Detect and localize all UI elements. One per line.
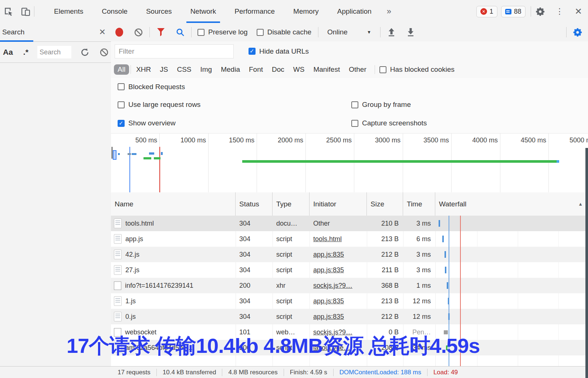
record-network-log-icon[interactable] (111, 25, 127, 39)
tab-elements[interactable]: Elements (45, 0, 92, 23)
column-header-initiator[interactable]: Initiator (310, 192, 367, 216)
refresh-icon[interactable] (78, 48, 92, 57)
divider (149, 27, 150, 37)
scrollbar[interactable] (585, 148, 588, 378)
filter-input[interactable] (115, 44, 234, 58)
table-row[interactable]: 0.js 304 script app.js:835 212 B 12 ms (111, 309, 588, 324)
tab-network[interactable]: Network (181, 0, 226, 23)
tick-label: 500 ms (116, 136, 157, 144)
request-type: script (273, 247, 310, 262)
table-row[interactable]: tools.html 304 docu… Other 210 B 3 ms (111, 216, 588, 231)
show-overview-checkbox[interactable]: Show overview (118, 119, 176, 127)
column-header-time[interactable]: Time (403, 192, 435, 216)
column-header-type[interactable]: Type (273, 192, 310, 216)
column-header-status[interactable]: Status (236, 192, 273, 216)
initiator-link[interactable]: sockjs.js?9… (310, 324, 367, 340)
type-filter-all[interactable]: All (114, 64, 129, 75)
tab-performance[interactable]: Performance (225, 0, 284, 23)
preserve-log-label: Preserve log (208, 28, 248, 36)
request-name: 42.js (125, 247, 139, 262)
capture-screenshots-checkbox[interactable]: Capture screenshots (351, 119, 427, 127)
network-status-bar: 17 requests 10.4 kB transferred 4.8 MB r… (0, 366, 588, 378)
error-badge[interactable]: ✕ 1 (476, 6, 497, 17)
initiator-link[interactable]: app.js:835 (310, 293, 367, 309)
throttling-dropdown[interactable]: Online ▼ (321, 28, 377, 36)
import-har-icon[interactable] (383, 25, 400, 39)
export-har-icon[interactable] (403, 25, 419, 39)
type-filter-js[interactable]: JS (156, 64, 172, 75)
initiator-link[interactable]: app.js:835 (310, 247, 367, 262)
table-row[interactable]: websocket 101 web… sockjs.js?9… 0 B Pen… (111, 324, 588, 340)
disable-cache-checkbox[interactable]: Disable cache (257, 28, 311, 36)
close-devtools-icon[interactable]: ✕ (569, 6, 588, 17)
capture-screenshots-label: Capture screenshots (362, 119, 427, 127)
device-toolbar-icon[interactable] (17, 4, 34, 19)
request-name: app.js (125, 231, 143, 247)
table-row[interactable]: 42.js 304 script app.js:835 212 B 3 ms (111, 247, 588, 262)
initiator-link[interactable]: tools.html (310, 231, 367, 247)
request-name: 27.js (125, 262, 139, 278)
search-panel-title: Search (2, 28, 24, 36)
initiator-link[interactable]: app.js:835 (310, 262, 367, 278)
network-settings-gear-icon[interactable] (570, 25, 586, 39)
blocked-requests-checkbox[interactable]: Blocked Requests (118, 83, 185, 91)
regex-toggle[interactable]: .* (23, 48, 28, 57)
script-icon (114, 265, 122, 275)
network-overview-timeline[interactable]: 500 ms 1000 ms 1500 ms 2000 ms 2500 ms 3… (111, 133, 588, 193)
more-tabs-chevron[interactable]: » (381, 7, 397, 16)
disable-cache-label: Disable cache (267, 28, 311, 36)
waterfall-mark (118, 153, 120, 155)
has-blocked-cookies-label: Has blocked cookies (390, 65, 454, 74)
match-case-toggle[interactable]: Aa (3, 48, 13, 57)
close-search-icon[interactable]: ✕ (99, 27, 106, 37)
more-options-icon[interactable]: ⋮ (550, 7, 569, 16)
search-network-icon[interactable] (172, 25, 188, 39)
group-by-frame-checkbox[interactable]: Group by frame (351, 101, 411, 109)
initiator-link[interactable]: sockjs.js?9… (310, 278, 367, 293)
tab-memory[interactable]: Memory (284, 0, 328, 23)
initiator-link[interactable]: app.js:835 (310, 309, 367, 324)
initiator-link[interactable]: layout.vue… (310, 340, 367, 355)
table-row[interactable]: app.js 304 script tools.html 213 B 6 ms (111, 231, 588, 247)
type-filter-other[interactable]: Other (345, 64, 370, 75)
sort-arrow-icon[interactable]: ▲ (578, 192, 583, 216)
script-icon (114, 250, 122, 259)
script-icon (114, 234, 122, 244)
type-filter-img[interactable]: Img (197, 64, 216, 75)
hide-data-urls-checkbox[interactable]: Hide data URLs (249, 47, 309, 55)
column-header-size[interactable]: Size (367, 192, 403, 216)
search-input[interactable] (37, 46, 71, 58)
time: 12 ms (403, 309, 435, 324)
tick-label: 5000 ms (554, 136, 588, 144)
tab-application[interactable]: Application (328, 0, 381, 23)
has-blocked-cookies-checkbox[interactable]: Has blocked cookies (379, 65, 454, 74)
type-filter-media[interactable]: Media (217, 64, 244, 75)
tab-sources[interactable]: Sources (137, 0, 181, 23)
request-name: 0.js (125, 309, 136, 324)
settings-gear-icon[interactable] (531, 4, 550, 19)
request-type: script (273, 262, 310, 278)
column-header-name[interactable]: Name (111, 192, 236, 216)
inspect-element-icon[interactable] (0, 4, 17, 19)
table-row[interactable]: am.62a564bf84d5bc… 200 script layout.vue… (111, 340, 588, 355)
issues-badge[interactable]: 88 (501, 6, 526, 17)
table-row[interactable]: 27.js 304 script app.js:835 211 B 3 ms (111, 262, 588, 278)
clear-network-log-icon[interactable] (130, 25, 146, 39)
type-filter-xhr[interactable]: XHR (132, 64, 155, 75)
status-code: 304 (236, 293, 273, 309)
preserve-log-checkbox[interactable]: Preserve log (197, 28, 248, 36)
type-filter-font[interactable]: Font (245, 64, 267, 75)
filter-funnel-icon[interactable] (153, 25, 169, 39)
table-row[interactable]: 1.js 304 script app.js:835 213 B 12 ms (111, 293, 588, 309)
type-filter-css[interactable]: CSS (173, 64, 195, 75)
tab-console[interactable]: Console (92, 0, 137, 23)
table-row[interactable]: info?t=1614176239141 200 xhr sockjs.js?9… (111, 278, 588, 293)
type-filter-manifest[interactable]: Manifest (310, 64, 344, 75)
request-name: info?t=1614176239141 (125, 278, 193, 293)
waterfall-bar (439, 220, 440, 227)
clear-search-icon[interactable] (97, 48, 111, 57)
type-filter-doc[interactable]: Doc (268, 64, 288, 75)
type-filter-ws[interactable]: WS (290, 64, 308, 75)
use-large-request-rows-checkbox[interactable]: Use large request rows (118, 101, 200, 109)
column-header-waterfall[interactable]: Waterfall (435, 192, 588, 216)
